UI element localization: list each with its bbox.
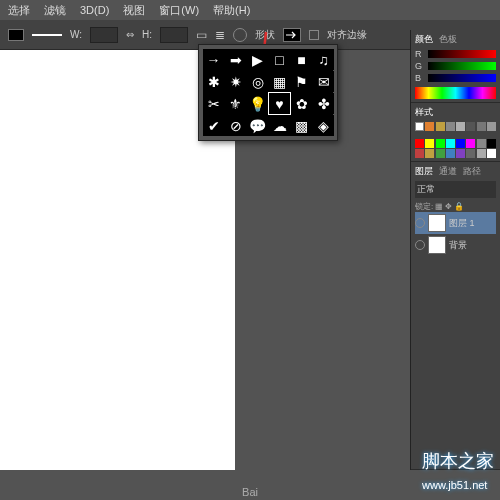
style-swatch[interactable] (487, 122, 496, 131)
layer-row[interactable]: 图层 1 (415, 212, 496, 234)
tab-paths[interactable]: 路径 (463, 165, 481, 178)
layer-name[interactable]: 图层 1 (449, 217, 475, 230)
visibility-icon[interactable] (415, 240, 425, 250)
b-slider[interactable] (428, 74, 496, 82)
swatch[interactable] (415, 149, 424, 158)
lock-label: 锁定: (415, 201, 433, 212)
gear-icon[interactable] (233, 28, 247, 42)
style-swatch[interactable] (436, 122, 445, 131)
shape-thought[interactable]: ☁ (269, 115, 290, 136)
menu-window[interactable]: 窗口(W) (159, 3, 199, 18)
swatch[interactable] (425, 139, 434, 148)
swatch[interactable] (456, 139, 465, 148)
shape-square[interactable]: ■ (291, 49, 312, 70)
styles-panel: 样式 (411, 103, 500, 162)
swatch[interactable] (415, 139, 424, 148)
shape-no[interactable]: ⊘ (225, 115, 246, 136)
stroke-preview[interactable] (32, 34, 62, 36)
shape-envelope[interactable]: ✉ (313, 71, 334, 92)
b-label: B (415, 73, 425, 83)
style-swatch[interactable] (446, 122, 455, 131)
visibility-icon[interactable] (415, 218, 425, 228)
swatch[interactable] (436, 149, 445, 158)
r-slider[interactable] (428, 50, 496, 58)
shape-checker[interactable]: ▩ (291, 115, 312, 136)
style-swatch[interactable] (425, 122, 434, 131)
styles-grid[interactable] (415, 122, 496, 131)
align-edges-checkbox[interactable] (309, 30, 319, 40)
shape-heart[interactable]: ♥ (269, 93, 290, 114)
panels-dock: 颜色 色板 R G B 样式 (410, 30, 500, 470)
swatch[interactable] (436, 139, 445, 148)
layer-name[interactable]: 背景 (449, 239, 467, 252)
shape-scissors[interactable]: ✂ (203, 93, 224, 114)
style-swatch[interactable] (477, 122, 486, 131)
shape-label: 形状 (255, 28, 275, 42)
swatch[interactable] (487, 139, 496, 148)
lock-all-icon[interactable]: 🔒 (454, 202, 464, 211)
shape-grid: → ➡ ▶ □ ■ ♫ ✱ ✷ ◎ ▦ ⚑ ✉ ✂ ⚜ 💡 ♥ ✿ ✤ ✔ ⊘ … (203, 49, 333, 136)
swatch[interactable] (446, 149, 455, 158)
swatch[interactable] (477, 149, 486, 158)
tab-color[interactable]: 颜色 (415, 33, 433, 46)
swatch[interactable] (487, 149, 496, 158)
height-field[interactable] (160, 27, 188, 43)
lock-position-icon[interactable]: ✥ (445, 202, 452, 211)
layer-thumb[interactable] (428, 214, 446, 232)
tab-channels[interactable]: 通道 (439, 165, 457, 178)
custom-shape-picker: → ➡ ▶ □ ■ ♫ ✱ ✷ ◎ ▦ ⚑ ✉ ✂ ⚜ 💡 ♥ ✿ ✤ ✔ ⊘ … (198, 44, 338, 141)
swatch[interactable] (477, 139, 486, 148)
swatch[interactable] (446, 139, 455, 148)
swatch[interactable] (425, 149, 434, 158)
layer-row[interactable]: 背景 (415, 234, 496, 256)
shape-music-note[interactable]: ♫ (313, 49, 334, 70)
menu-select[interactable]: 选择 (8, 3, 30, 18)
swatches-grid[interactable] (415, 139, 496, 158)
menu-bar: 选择 滤镜 3D(D) 视图 窗口(W) 帮助(H) (0, 0, 500, 20)
shape-square-outline[interactable]: □ (269, 49, 290, 70)
layer-thumb[interactable] (428, 236, 446, 254)
pathop-icon[interactable]: ▭ (196, 28, 207, 42)
shape-arrow-right-thin[interactable]: → (203, 49, 224, 70)
shape-target[interactable]: ◎ (247, 71, 268, 92)
link-icon[interactable]: ⇔ (126, 29, 134, 40)
shape-fleur[interactable]: ⚜ (225, 93, 246, 114)
shape-speech[interactable]: 💬 (247, 115, 268, 136)
layers-panel: 图层 通道 路径 正常 锁定: ▦ ✥ 🔒 图层 1 背景 (411, 162, 500, 470)
style-none[interactable] (415, 122, 424, 131)
shape-arrow-right-bold[interactable]: ▶ (247, 49, 268, 70)
fill-swatch[interactable] (8, 29, 24, 41)
menu-view[interactable]: 视图 (123, 3, 145, 18)
shape-flag[interactable]: ⚑ (291, 71, 312, 92)
shape-arrow-right[interactable]: ➡ (225, 49, 246, 70)
shape-paw[interactable]: ✿ (291, 93, 312, 114)
align-edges-label: 对齐边缘 (327, 28, 367, 42)
tab-swatches[interactable]: 色板 (439, 33, 457, 46)
style-swatch[interactable] (456, 122, 465, 131)
shape-checkmark[interactable]: ✔ (203, 115, 224, 136)
swatch[interactable] (466, 149, 475, 158)
shape-grid[interactable]: ▦ (269, 71, 290, 92)
tab-styles[interactable]: 样式 (415, 106, 433, 119)
width-field[interactable] (90, 27, 118, 43)
shape-blob[interactable]: ✤ (313, 93, 334, 114)
g-slider[interactable] (428, 62, 496, 70)
menu-filter[interactable]: 滤镜 (44, 3, 66, 18)
color-panel: 颜色 色板 R G B (411, 30, 500, 103)
style-swatch[interactable] (466, 122, 475, 131)
align-icon[interactable]: ≣ (215, 28, 225, 42)
height-label: H: (142, 29, 152, 40)
menu-help[interactable]: 帮助(H) (213, 3, 250, 18)
shape-asterisk[interactable]: ✱ (203, 71, 224, 92)
shape-starburst[interactable]: ✷ (225, 71, 246, 92)
swatch[interactable] (456, 149, 465, 158)
shape-diamond-pattern[interactable]: ◈ (313, 115, 334, 136)
menu-3d[interactable]: 3D(D) (80, 4, 109, 16)
shape-dropdown[interactable] (283, 28, 301, 42)
swatch[interactable] (466, 139, 475, 148)
lock-pixels-icon[interactable]: ▦ (435, 202, 443, 211)
tab-layers[interactable]: 图层 (415, 165, 433, 178)
spectrum-slider[interactable] (415, 87, 496, 99)
blend-mode-dropdown[interactable]: 正常 (415, 181, 496, 198)
shape-lightbulb[interactable]: 💡 (247, 93, 268, 114)
